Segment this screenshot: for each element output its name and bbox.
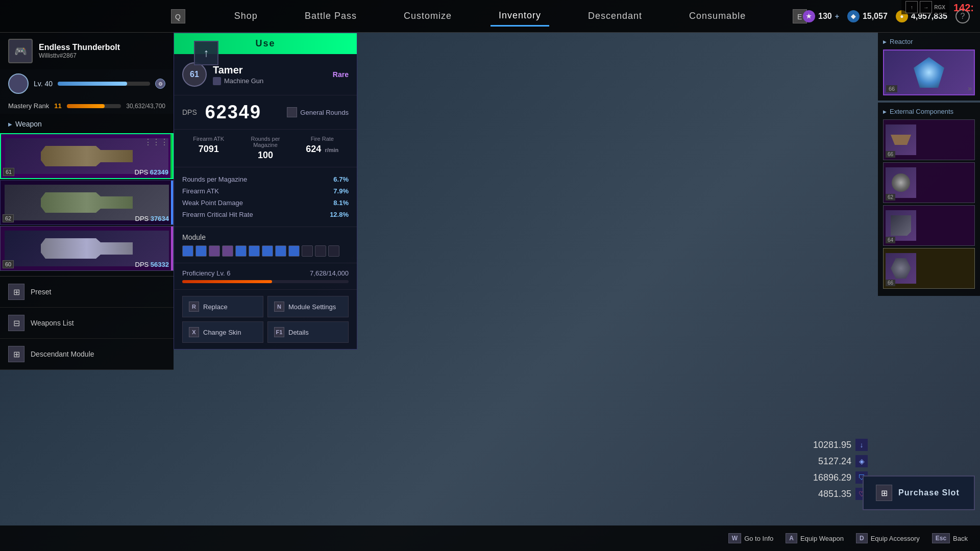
change-skin-button[interactable]: X Change Skin <box>182 321 263 343</box>
proficiency-header: Proficiency Lv. 6 7,628/14,000 <box>182 269 349 277</box>
ext-slot-1[interactable]: 62 <box>883 162 975 203</box>
stat-label-1: Rounds per Magazine <box>239 136 291 148</box>
mastery-section: Mastery Rank 11 30,632/43,700 <box>0 98 174 114</box>
stat-icon-0: ↓ <box>855 439 868 451</box>
module-settings-button[interactable]: N Module Settings <box>267 296 349 317</box>
bonus-val-0: 6.7% <box>333 176 349 183</box>
stat-val-3: 4851.35 <box>818 489 851 499</box>
sort-up-icon: ↑ <box>204 46 209 60</box>
level-label: Lv. 40 <box>34 80 53 88</box>
reactor-expand-icon[interactable]: » <box>968 84 972 92</box>
weapon-dps-2: DPS 37634 <box>135 215 169 222</box>
module-slot-0 <box>182 245 193 257</box>
premium-icon: ★ <box>803 10 815 22</box>
steam-avatar: 🎮 <box>8 39 33 63</box>
nav-shop[interactable]: Shop <box>226 7 266 26</box>
bonus-stat-3: Firearm Critical Hit Rate 12.8% <box>182 209 349 220</box>
weapon-options-button-1[interactable]: ⋮⋮⋮ <box>144 137 168 147</box>
weapon-level-1: 61 <box>3 168 14 176</box>
mastery-bar-container <box>67 104 121 108</box>
stat-val-1: 5127.24 <box>818 456 851 467</box>
stats-grid: Firearm ATK 7091 Rounds per Magazine 100… <box>174 130 357 167</box>
action-buttons: R Replace N Module Settings X Change Ski… <box>174 290 357 349</box>
weapons-list-nav[interactable]: ⊟ Weapons List <box>0 308 174 339</box>
bonus-name-2: Weak Point Damage <box>182 199 243 207</box>
stat-label-0: Firearm ATK <box>182 136 235 142</box>
hint-key-d: D <box>856 533 868 543</box>
stat-row-0: 10281.95 ↓ <box>813 439 868 451</box>
weapon-card-2[interactable]: 62 DPS 37634 <box>0 180 174 225</box>
weapon-card-3[interactable]: 60 DPS 56332 <box>0 226 174 271</box>
nav-battlepass[interactable]: Battle Pass <box>297 7 365 26</box>
purchase-slot-button[interactable]: ⊞ Purchase Slot <box>863 475 975 510</box>
level-icon: ⚙ <box>155 79 165 89</box>
ext-item-image-0 <box>886 124 916 155</box>
replace-button[interactable]: R Replace <box>182 296 263 317</box>
module-slot-5 <box>249 245 260 257</box>
fire-rate-sub: r/min <box>325 147 338 153</box>
module-label: Module <box>182 233 349 241</box>
ext-slot-0[interactable]: 66 <box>883 119 975 160</box>
weapon-section-title: Weapon <box>0 118 174 132</box>
stat-label-2: Fire Rate <box>296 136 349 142</box>
hint-key-a: A <box>786 533 797 543</box>
weapon-detail-level: 61 <box>182 62 207 87</box>
ext-components-section: External Components 66 62 64 66 <box>878 103 980 296</box>
bonus-stat-2: Weak Point Damage 8.1% <box>182 197 349 209</box>
nav-customize[interactable]: Customize <box>396 7 460 26</box>
mastery-bar <box>67 104 105 108</box>
hint-go-to-info: W Go to Info <box>728 533 773 543</box>
stat-row-1: 5127.24 ◈ <box>813 455 868 467</box>
details-button[interactable]: F1 Details <box>267 321 349 343</box>
mastery-progress: 30,632/43,700 <box>126 103 165 110</box>
nav-consumable[interactable]: Consumable <box>681 7 754 26</box>
sort-up-button[interactable]: ↑ <box>194 41 218 65</box>
nav-inventory[interactable]: Inventory <box>491 6 549 27</box>
hint-label-0: Go to Info <box>744 535 773 542</box>
bonus-stat-1: Firearm ATK 7.9% <box>182 185 349 197</box>
bottom-hints: W Go to Info A Equip Weapon D Equip Acce… <box>0 525 980 551</box>
ext-components-title: External Components <box>883 108 975 115</box>
dps-section: DPS 62349 General Rounds <box>174 95 357 130</box>
ammo-label: General Rounds <box>300 109 349 116</box>
weapon-bar-1 <box>170 134 173 178</box>
reactor-title: Reactor <box>883 38 975 45</box>
weapon-level-2: 62 <box>3 214 14 222</box>
reactor-section: Reactor 66 » <box>878 33 980 101</box>
module-slot-10 <box>315 245 326 257</box>
change-skin-label: Change Skin <box>203 329 241 336</box>
ext-slot-3[interactable]: 66 <box>883 248 975 289</box>
ext-badge-1: 62 <box>886 194 895 201</box>
reactor-slot[interactable]: 66 » <box>883 49 975 95</box>
purchase-slot-label: Purchase Slot <box>898 488 960 497</box>
weapon-dps-3: DPS 56332 <box>135 261 169 268</box>
ext-shape-0 <box>891 135 911 145</box>
details-label: Details <box>288 329 309 336</box>
descendant-module-label: Descendant Module <box>31 350 94 358</box>
weapon-card-1[interactable]: ⋮⋮⋮ 61 DPS 62349 <box>0 133 174 179</box>
details-key: F1 <box>274 327 284 337</box>
preset-nav[interactable]: ⊞ Preset <box>0 277 174 308</box>
weapon-level-3: 60 <box>3 260 14 268</box>
module-slot-9 <box>302 245 313 257</box>
weapon-detail-type: Machine Gun <box>213 77 263 85</box>
premium-plus: + <box>835 12 839 20</box>
weapon-section: Weapon ⋮⋮⋮ 61 DPS 62349 62 DPS 37634 <box>0 114 174 276</box>
nav-q[interactable]: Q <box>163 5 195 28</box>
right-stats: 10281.95 ↓ 5127.24 ◈ 16896.29 ⛉ 4851.35 … <box>813 439 868 500</box>
character-header: 🎮 Endless Thunderbolt Willisttv#2867 <box>0 33 174 69</box>
weapon-bar-2 <box>171 181 173 224</box>
preset-icon: ⊞ <box>8 284 24 300</box>
nav-descendant[interactable]: Descendant <box>580 7 650 26</box>
module-slot-2 <box>209 245 220 257</box>
hint-back: Esc Back <box>932 533 968 543</box>
bonus-name-0: Rounds per Magazine <box>182 176 247 183</box>
premium-amount: 130 <box>818 12 832 21</box>
hint-label-2: Equip Accessory <box>871 535 920 542</box>
ext-slot-2[interactable]: 64 <box>883 205 975 246</box>
timer-display: 142: <box>947 0 980 16</box>
proficiency-bar <box>182 280 272 283</box>
ext-shape-1 <box>892 173 910 192</box>
descendant-module-nav[interactable]: ⊞ Descendant Module <box>0 339 174 370</box>
bottom-nav: ⊞ Preset ⊟ Weapons List ⊞ Descendant Mod… <box>0 276 174 370</box>
